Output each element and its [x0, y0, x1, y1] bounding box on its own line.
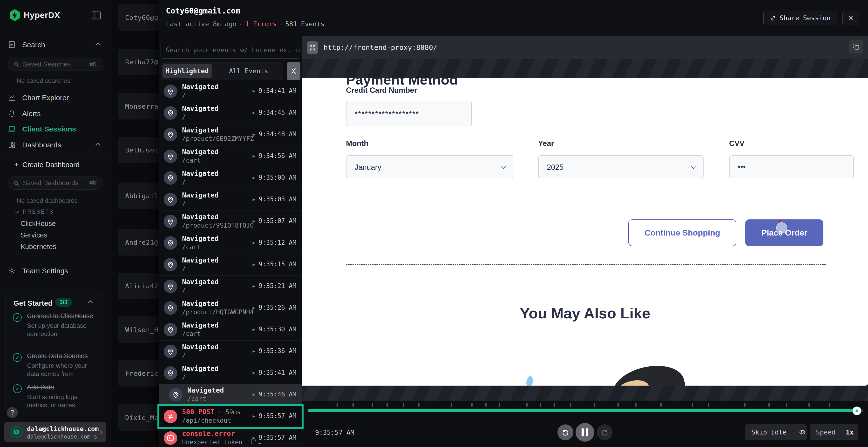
- saved-dashboards-input[interactable]: Saved Dashboards ⌘K: [8, 176, 103, 190]
- expand-replay-button[interactable]: [307, 41, 318, 54]
- event-row[interactable]: Navigated /cart ▶9:35:30 AM: [159, 319, 302, 341]
- saved-searches-input[interactable]: Saved Searches ⌘K: [8, 58, 103, 71]
- play-from-here-icon[interactable]: ▶: [253, 283, 255, 288]
- sidebar-item-chart-explorer[interactable]: Chart Explorer: [0, 91, 112, 105]
- session-card[interactable]: Alicia42: [118, 273, 159, 299]
- play-from-here-icon[interactable]: ▶: [253, 435, 255, 440]
- sidebar-collapse-icon[interactable]: [91, 10, 101, 20]
- play-from-here-icon[interactable]: ▶: [253, 348, 255, 353]
- preset-item[interactable]: Services: [21, 231, 47, 239]
- event-timestamp: ▶9:35:12 AM: [253, 239, 296, 246]
- timeline-tick: [499, 403, 500, 407]
- event-row[interactable]: Navigated /cart ▶9:34:56 AM: [159, 145, 302, 167]
- event-row[interactable]: Navigated / ▶9:35:15 AM: [159, 254, 302, 276]
- cvv-input[interactable]: •••: [729, 156, 854, 178]
- get-started-item[interactable]: ✓ Create Data Sources Configure where yo…: [13, 352, 97, 378]
- year-select[interactable]: 2025: [538, 156, 704, 178]
- search-list-icon: [8, 40, 16, 49]
- event-row[interactable]: Navigated /product/6E92ZMYYFZ ▶9:34:48 A…: [159, 124, 302, 145]
- timeline-tick: [372, 403, 373, 407]
- play-from-here-icon[interactable]: ▶: [253, 414, 255, 419]
- session-card[interactable]: Retha77@: [118, 49, 159, 75]
- create-dashboard-button[interactable]: +Create Dashboard: [14, 161, 80, 169]
- sidebar-item-alerts[interactable]: Alerts: [0, 107, 112, 121]
- play-from-here-icon[interactable]: ▶: [253, 153, 255, 159]
- tab-highlighted[interactable]: Highlighted: [162, 64, 212, 78]
- session-card[interactable]: Wilson_H: [118, 316, 159, 343]
- close-button[interactable]: ×: [842, 11, 859, 25]
- search-icon: [13, 180, 20, 186]
- event-row[interactable]: Navigated / ▶9:34:45 AM: [159, 102, 302, 124]
- timeline-tick: [744, 403, 745, 407]
- event-row[interactable]: Navigated /product/HQTGWGPNH4 ▶9:35:26 A…: [159, 297, 302, 319]
- event-row[interactable]: Navigated / ▶9:35:21 AM: [159, 276, 302, 297]
- sidebar-item-team-settings[interactable]: Team Settings: [0, 264, 112, 278]
- timeline-tick: [471, 403, 472, 407]
- event-type-icon: [164, 193, 177, 206]
- event-title: Navigated: [182, 213, 219, 221]
- network-arrows-icon: [166, 412, 175, 420]
- event-row[interactable]: Navigated /cart ▶9:35:12 AM: [159, 232, 302, 254]
- play-from-here-icon[interactable]: ▶: [253, 89, 255, 94]
- preset-item[interactable]: ClickHouse: [21, 220, 56, 228]
- event-row[interactable]: Navigated / ▶9:35:41 AM: [159, 362, 302, 384]
- play-from-here-icon[interactable]: ▶: [253, 262, 255, 267]
- share-session-button[interactable]: Share Session: [763, 11, 837, 25]
- event-row[interactable]: Navigated / ▶9:34:41 AM: [159, 80, 302, 102]
- play-from-here-icon[interactable]: ▶: [253, 305, 255, 310]
- session-card[interactable]: Dixie_Mo: [118, 404, 159, 431]
- continue-shopping-button[interactable]: Continue Shopping: [628, 219, 736, 246]
- get-started-item[interactable]: ✓ Add Data Start sending logs, metrics, …: [13, 383, 97, 409]
- event-row[interactable]: console.error Unexpected token 'I'… ▶9:3…: [159, 427, 302, 447]
- skip-idle-toggle[interactable]: Skip Idle: [745, 424, 807, 440]
- event-search-input[interactable]: Search your events w/ Lucene ex. colum: [161, 42, 300, 59]
- session-card[interactable]: Beth.Gol: [118, 137, 159, 163]
- session-card[interactable]: Andre21@: [118, 229, 159, 255]
- event-detail: /cart: [187, 395, 206, 403]
- session-card[interactable]: Coty60@g: [118, 4, 159, 31]
- chevron-up-icon[interactable]: [88, 300, 93, 305]
- sidebar-item-dashboards[interactable]: Dashboards: [0, 138, 112, 152]
- tab-all-events[interactable]: All Events: [218, 64, 279, 78]
- play-from-here-icon[interactable]: ▶: [253, 327, 255, 332]
- session-card[interactable]: Abbigail: [118, 182, 159, 209]
- event-row[interactable]: Navigated /product/9SIQT8TOJO ▶9:35:07 A…: [159, 210, 302, 232]
- event-row[interactable]: Navigated / ▶9:35:03 AM: [159, 189, 302, 210]
- help-button[interactable]: ?: [7, 407, 18, 418]
- speed-value: 1x: [846, 428, 854, 436]
- event-row[interactable]: 500 POST· 59ms /api/checkout ▶9:35:57 AM: [159, 406, 302, 427]
- sidebar-item-client-sessions[interactable]: Client Sessions: [0, 122, 112, 136]
- forward-button[interactable]: [597, 424, 613, 440]
- preset-item[interactable]: Kubernetes: [21, 243, 56, 251]
- play-from-here-icon[interactable]: ▶: [253, 175, 255, 180]
- month-select[interactable]: January: [346, 156, 513, 178]
- session-card[interactable]: Frederic: [118, 360, 159, 386]
- replay-viewport: Payment Method Credit Card Number ******…: [302, 78, 868, 386]
- pause-button[interactable]: [576, 423, 594, 442]
- play-from-here-icon[interactable]: ▶: [253, 392, 255, 397]
- event-detail: /product/9SIQT8TOJO: [182, 222, 254, 229]
- rewind-button[interactable]: [557, 424, 574, 440]
- copy-url-button[interactable]: [849, 40, 863, 54]
- play-from-here-icon[interactable]: ▶: [253, 110, 255, 115]
- event-row[interactable]: Navigated /cart ▶9:35:46 AM: [159, 384, 302, 406]
- timeline-playhead[interactable]: [852, 407, 861, 415]
- get-started-item[interactable]: ✓ Connect to ClickHouse Set up your data…: [13, 312, 97, 338]
- speed-button[interactable]: Speed 1x: [810, 424, 858, 440]
- play-from-here-icon[interactable]: ▶: [253, 370, 255, 375]
- play-from-here-icon[interactable]: ▶: [253, 240, 255, 245]
- play-from-here-icon[interactable]: ▶: [253, 218, 255, 224]
- cc-number-input[interactable]: *******************: [346, 101, 472, 126]
- map-pin-icon: [166, 174, 175, 182]
- replay-timeline[interactable]: [302, 401, 868, 417]
- sidebar-item-search[interactable]: Search: [0, 38, 112, 51]
- user-card[interactable]: D dale@clickhouse.com dale@clickhouse.co…: [4, 422, 106, 442]
- event-row[interactable]: Navigated / ▶9:35:36 AM: [159, 341, 302, 362]
- event-timestamp: ▶9:34:45 AM: [253, 109, 296, 116]
- collapse-events-button[interactable]: [287, 62, 301, 80]
- play-from-here-icon[interactable]: ▶: [253, 197, 255, 202]
- play-from-here-icon[interactable]: ▶: [253, 132, 255, 137]
- session-card[interactable]: Monserra: [118, 93, 159, 119]
- event-row[interactable]: Navigated / ▶9:35:00 AM: [159, 167, 302, 189]
- presets-section-header[interactable]: PRESETS: [16, 209, 54, 215]
